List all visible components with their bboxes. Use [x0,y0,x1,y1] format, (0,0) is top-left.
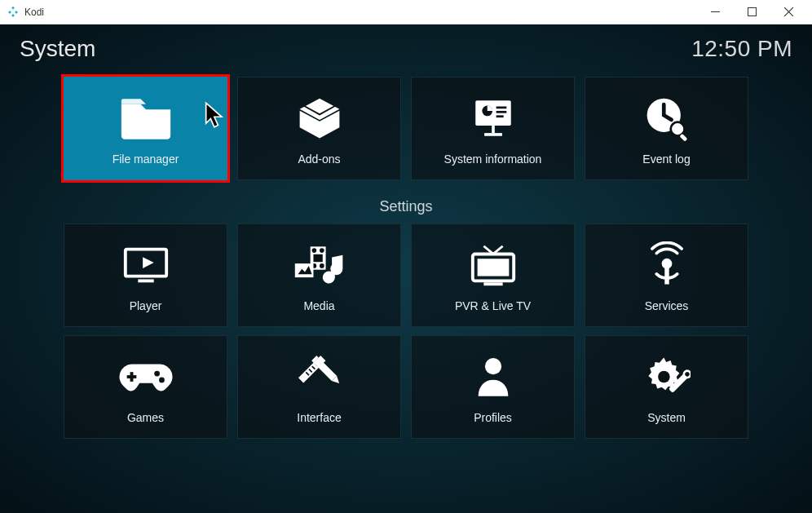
minimize-button[interactable] [697,0,734,24]
clock-search-icon [634,92,699,144]
ruler-pencil-icon [287,351,352,403]
svg-rect-9 [496,110,506,113]
svg-rect-31 [126,375,136,378]
tile-label: Interface [297,411,341,424]
tile-label: System [647,411,686,424]
tv-icon [461,239,526,291]
tile-label: Media [303,299,334,312]
svg-point-32 [154,370,160,376]
page-title: System [20,36,95,62]
tile-event-log[interactable]: Event log [585,77,748,180]
svg-point-33 [159,377,165,383]
top-row: File manager Add-ons System information … [64,77,748,180]
tile-addons[interactable]: Add-ons [237,77,401,180]
svg-rect-12 [484,133,502,136]
tile-profiles[interactable]: Profiles [411,335,575,439]
gear-wrench-icon [634,351,699,403]
tile-label: Games [127,411,164,424]
tile-media[interactable]: Media [237,223,401,327]
tile-grid: File manager Add-ons System information … [0,77,812,457]
svg-rect-0 [11,6,15,9]
gamepad-icon [113,351,179,403]
tile-label: File manager [113,153,179,166]
svg-rect-29 [664,268,669,284]
tile-label: Add-ons [298,153,340,166]
svg-rect-10 [496,115,503,117]
tile-pvr[interactable]: PVR & Live TV [411,223,575,327]
window-titlebar: Kodi [0,0,812,24]
svg-point-43 [658,370,670,383]
svg-rect-26 [477,259,509,276]
tile-system-info[interactable]: System information [411,77,575,180]
svg-rect-3 [11,14,15,17]
media-collection-icon [287,239,352,291]
settings-row-1: Player Media [64,223,748,327]
svg-rect-17 [138,279,153,282]
svg-rect-1 [8,11,11,14]
tile-player[interactable]: Player [64,223,227,327]
kodi-logo-icon [7,6,20,19]
svg-rect-27 [483,282,502,285]
tile-system[interactable]: System [585,335,748,439]
settings-row-2: Games Interface [64,335,748,439]
tile-label: Event log [642,153,690,166]
svg-rect-23 [313,254,322,261]
svg-point-42 [484,358,501,374]
svg-rect-4 [711,11,720,12]
svg-point-28 [661,258,672,268]
app-header: System 12:50 PM [0,24,812,69]
tile-services[interactable]: Services [585,223,748,327]
svg-point-20 [320,248,324,253]
play-screen-icon [113,239,179,291]
settings-section-title: Settings [64,198,748,215]
tile-label: Player [130,299,162,312]
tile-label: PVR & Live TV [455,299,531,312]
window-title: Kodi [24,7,44,18]
svg-point-22 [320,263,324,268]
svg-rect-8 [496,106,506,108]
maximize-button[interactable] [734,0,770,24]
tile-file-manager[interactable]: File manager [64,77,227,180]
svg-rect-5 [748,8,757,16]
broadcast-icon [634,239,699,291]
tile-label: Services [645,299,689,312]
svg-rect-11 [492,126,495,133]
folder-icon [113,92,179,144]
svg-point-19 [311,248,316,253]
tile-label: System information [444,153,542,166]
app-body: System 12:50 PM File manager Add-ons [0,24,812,513]
tile-label: Profiles [474,411,512,424]
box-icon [287,92,352,144]
close-button[interactable] [770,0,807,24]
svg-rect-2 [15,11,18,14]
tile-games[interactable]: Games [64,335,227,439]
person-icon [461,351,526,403]
clock: 12:50 PM [691,36,792,62]
presentation-icon [461,92,526,144]
svg-point-14 [670,122,684,135]
tile-interface[interactable]: Interface [237,335,401,439]
svg-rect-24 [294,263,313,277]
